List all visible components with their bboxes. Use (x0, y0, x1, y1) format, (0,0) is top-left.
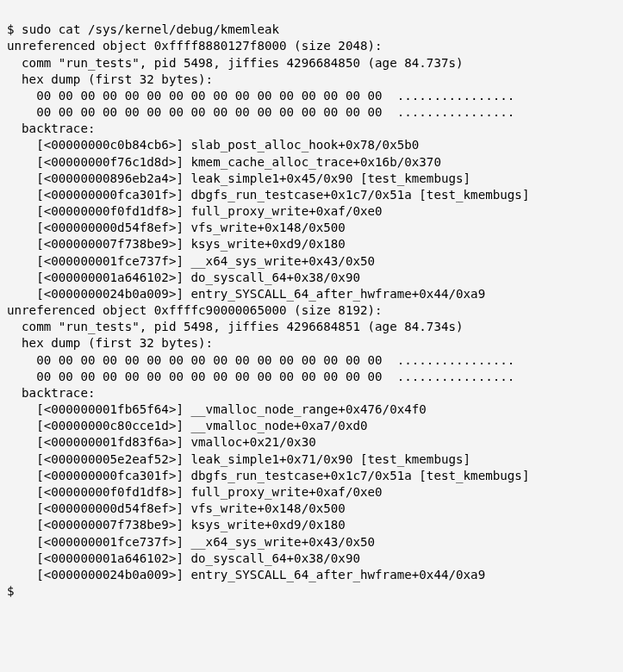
terminal-output: $ sudo cat /sys/kernel/debug/kmemleakunr… (0, 0, 623, 605)
prompt: $ (7, 22, 15, 36)
backtrace-frame: [<0000000024b0a009>] entry_SYSCALL_64_af… (7, 286, 616, 302)
backtrace-frame: [<000000001fd83f6a>] vmalloc+0x21/0x30 (7, 434, 616, 451)
backtrace-frame: [<00000000f0fd1df8>] full_proxy_write+0x… (7, 484, 616, 501)
backtrace-frame: [<00000000c0b84cb6>] slab_post_alloc_hoo… (7, 137, 616, 153)
command-text: sudo cat /sys/kernel/debug/kmemleak (22, 22, 279, 36)
final-prompt[interactable]: $ (7, 583, 616, 600)
hexdump-label: hex dump (first 32 bytes): (7, 335, 616, 352)
backtrace-frame: [<000000001a646102>] do_syscall_64+0x38/… (7, 551, 616, 567)
backtrace-label: backtrace: (7, 121, 616, 137)
backtrace-frame: [<0000000024b0a009>] entry_SYSCALL_64_af… (7, 567, 616, 583)
backtrace-frame: [<000000000fca301f>] dbgfs_run_testcase+… (7, 187, 616, 203)
backtrace-frame: [<000000005e2eaf52>] leak_simple1+0x71/0… (7, 451, 616, 468)
backtrace-frame: [<000000001fb65f64>] __vmalloc_node_rang… (7, 401, 616, 418)
hexdump-line: 00 00 00 00 00 00 00 00 00 00 00 00 00 0… (7, 88, 616, 104)
backtrace-frame: [<000000000fca301f>] dbgfs_run_testcase+… (7, 468, 616, 484)
backtrace-frame: [<000000001fce737f>] __x64_sys_write+0x4… (7, 534, 616, 551)
backtrace-frame: [<000000001fce737f>] __x64_sys_write+0x4… (7, 253, 616, 270)
hexdump-line: 00 00 00 00 00 00 00 00 00 00 00 00 00 0… (7, 352, 616, 369)
command-line[interactable]: $ sudo cat /sys/kernel/debug/kmemleak (7, 22, 616, 38)
leak-comm: comm "run_tests", pid 5498, jiffies 4296… (7, 319, 616, 335)
backtrace-frame: [<00000000c80cce1d>] __vmalloc_node+0xa7… (7, 418, 616, 434)
backtrace-frame: [<000000000d54f8ef>] vfs_write+0x148/0x5… (7, 501, 616, 517)
backtrace-label: backtrace: (7, 385, 616, 401)
leak-header: unreferenced object 0xffffc90000065000 (… (7, 302, 616, 319)
backtrace-frame: [<00000000f76c1d8d>] kmem_cache_alloc_tr… (7, 154, 616, 171)
backtrace-frame: [<000000007f738be9>] ksys_write+0xd9/0x1… (7, 236, 616, 252)
hexdump-line: 00 00 00 00 00 00 00 00 00 00 00 00 00 0… (7, 369, 616, 385)
backtrace-frame: [<000000007f738be9>] ksys_write+0xd9/0x1… (7, 517, 616, 533)
leak-header: unreferenced object 0xffff8880127f8000 (… (7, 38, 616, 54)
backtrace-frame: [<00000000896eb2a4>] leak_simple1+0x45/0… (7, 171, 616, 187)
hexdump-line: 00 00 00 00 00 00 00 00 00 00 00 00 00 0… (7, 104, 616, 121)
backtrace-frame: [<000000000d54f8ef>] vfs_write+0x148/0x5… (7, 220, 616, 236)
backtrace-frame: [<000000001a646102>] do_syscall_64+0x38/… (7, 270, 616, 286)
hexdump-label: hex dump (first 32 bytes): (7, 72, 616, 88)
backtrace-frame: [<00000000f0fd1df8>] full_proxy_write+0x… (7, 203, 616, 220)
leak-comm: comm "run_tests", pid 5498, jiffies 4296… (7, 55, 616, 72)
